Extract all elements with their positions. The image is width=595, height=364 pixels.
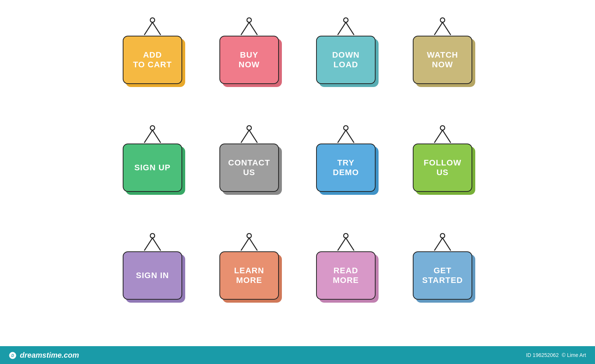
sign-wrapper-learn-more: LEARNMORE (219, 251, 279, 300)
svg-line-28 (241, 238, 249, 251)
svg-point-6 (344, 18, 348, 22)
sign-wrapper-contact-us: CONTACTUS (219, 144, 279, 192)
sign-item-try-demo[interactable]: TRYDEMO (309, 125, 383, 222)
hanger-svg (431, 17, 454, 36)
sign-board-watch-now[interactable]: WATCHNOW (413, 36, 472, 84)
footer-credit: © Lime Art (562, 352, 586, 358)
sign-board-contact-us[interactable]: CONTACTUS (219, 144, 279, 192)
sign-label-sign-up: SIGN UP (134, 163, 170, 173)
svg-line-2 (152, 22, 161, 35)
svg-point-21 (440, 126, 445, 130)
svg-point-24 (150, 233, 155, 238)
svg-line-35 (443, 238, 451, 251)
footer-right: ID 196252062 © Lime Art (526, 352, 586, 358)
hanger-svg (431, 125, 454, 144)
svg-line-23 (443, 130, 451, 143)
sign-wrapper-follow-us: FOLLOWUS (413, 144, 472, 192)
sign-item-sign-up[interactable]: SIGN UP (115, 125, 190, 222)
sign-item-learn-more[interactable]: LEARNMORE (212, 233, 286, 329)
sign-wrapper-get-started: GETSTARTED (413, 251, 472, 300)
hanger-svg (335, 125, 357, 144)
sign-wrapper-try-demo: TRYDEMO (316, 144, 376, 192)
hanger-svg (431, 233, 454, 251)
svg-line-31 (338, 238, 346, 251)
svg-point-33 (440, 233, 445, 238)
hanger-svg (335, 17, 357, 36)
footer-logo: D dreamstime.com (9, 351, 79, 360)
sign-wrapper-buy-now: BUYNOW (219, 36, 279, 84)
sign-wrapper-read-more: READMORE (316, 251, 376, 300)
dreamstime-logo-icon: D (9, 352, 16, 359)
hanger-svg (141, 233, 164, 251)
svg-line-16 (241, 130, 249, 143)
svg-point-27 (247, 233, 251, 238)
sign-item-buy-now[interactable]: BUYNOW (212, 17, 286, 114)
sign-wrapper-sign-in: SIGN IN (123, 251, 182, 300)
signs-grid: ADDTO CART BUYNOW DOWNLOAD WATCHNOW (115, 17, 480, 329)
sign-label-learn-more: LEARNMORE (234, 266, 264, 285)
sign-board-sign-up[interactable]: SIGN UP (123, 144, 182, 192)
svg-line-17 (249, 130, 257, 143)
svg-line-4 (241, 22, 249, 35)
footer-id: ID 196252062 (526, 352, 559, 358)
svg-line-22 (434, 130, 443, 143)
sign-board-try-demo[interactable]: TRYDEMO (316, 144, 376, 192)
svg-point-9 (440, 18, 445, 22)
sign-label-contact-us: CONTACTUS (228, 158, 270, 177)
sign-board-read-more[interactable]: READMORE (316, 251, 376, 300)
sign-item-read-more[interactable]: READMORE (309, 233, 383, 329)
sign-label-get-started: GETSTARTED (422, 266, 463, 285)
svg-point-3 (247, 18, 251, 22)
svg-text:D: D (11, 354, 14, 358)
sign-label-watch-now: WATCHNOW (427, 50, 458, 70)
sign-board-get-started[interactable]: GETSTARTED (413, 251, 472, 300)
svg-point-15 (247, 126, 251, 130)
sign-label-add-to-cart: ADDTO CART (133, 50, 172, 70)
sign-board-sign-in[interactable]: SIGN IN (123, 251, 182, 300)
sign-label-buy-now: BUYNOW (239, 50, 260, 70)
sign-item-watch-now[interactable]: WATCHNOW (405, 17, 480, 114)
svg-point-30 (344, 233, 348, 238)
footer-logo-text: dreamstime.com (20, 351, 79, 359)
sign-wrapper-download: DOWNLOAD (316, 36, 376, 84)
sign-board-learn-more[interactable]: LEARNMORE (219, 251, 279, 300)
sign-item-add-to-cart[interactable]: ADDTO CART (115, 17, 190, 114)
hanger-svg (335, 233, 357, 251)
sign-board-add-to-cart[interactable]: ADDTO CART (123, 36, 182, 84)
svg-line-7 (338, 22, 346, 35)
main-content: ADDTO CART BUYNOW DOWNLOAD WATCHNOW (0, 0, 595, 346)
hanger-svg (141, 125, 164, 144)
sign-board-download[interactable]: DOWNLOAD (316, 36, 376, 84)
sign-item-get-started[interactable]: GETSTARTED (405, 233, 480, 329)
svg-point-12 (150, 126, 155, 130)
svg-line-5 (249, 22, 257, 35)
svg-point-0 (150, 18, 155, 22)
svg-line-11 (443, 22, 451, 35)
hanger-svg (238, 233, 260, 251)
sign-wrapper-sign-up: SIGN UP (123, 144, 182, 192)
svg-line-19 (338, 130, 346, 143)
sign-label-sign-in: SIGN IN (136, 271, 169, 280)
sign-wrapper-add-to-cart: ADDTO CART (123, 36, 182, 84)
sign-board-buy-now[interactable]: BUYNOW (219, 36, 279, 84)
hanger-svg (238, 17, 260, 36)
svg-line-29 (249, 238, 257, 251)
sign-item-download[interactable]: DOWNLOAD (309, 17, 383, 114)
sign-label-read-more: READMORE (333, 266, 359, 285)
sign-label-download: DOWNLOAD (332, 50, 360, 70)
sign-item-contact-us[interactable]: CONTACTUS (212, 125, 286, 222)
svg-line-32 (346, 238, 354, 251)
svg-line-10 (434, 22, 443, 35)
sign-item-follow-us[interactable]: FOLLOWUS (405, 125, 480, 222)
svg-line-8 (346, 22, 354, 35)
svg-line-25 (144, 238, 152, 251)
svg-line-26 (152, 238, 161, 251)
svg-line-34 (434, 238, 443, 251)
svg-line-14 (152, 130, 161, 143)
sign-label-follow-us: FOLLOWUS (424, 158, 461, 177)
footer: D dreamstime.com ID 196252062 © Lime Art (0, 346, 595, 364)
sign-item-sign-in[interactable]: SIGN IN (115, 233, 190, 329)
hanger-svg (238, 125, 260, 144)
sign-board-follow-us[interactable]: FOLLOWUS (413, 144, 472, 192)
svg-line-20 (346, 130, 354, 143)
